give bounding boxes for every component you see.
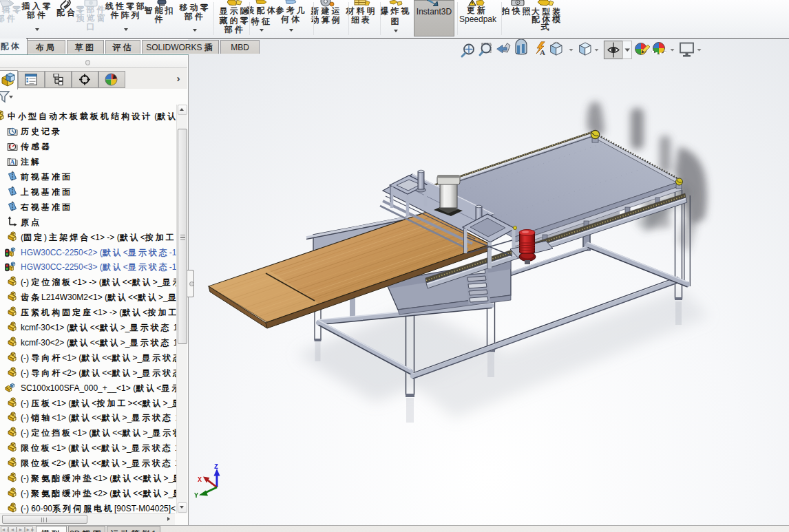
svg-text:Z: Z [214,463,218,471]
svg-text:A: A [540,48,545,56]
svg-text:Y: Y [194,492,198,500]
svg-text:X: X [198,476,202,484]
